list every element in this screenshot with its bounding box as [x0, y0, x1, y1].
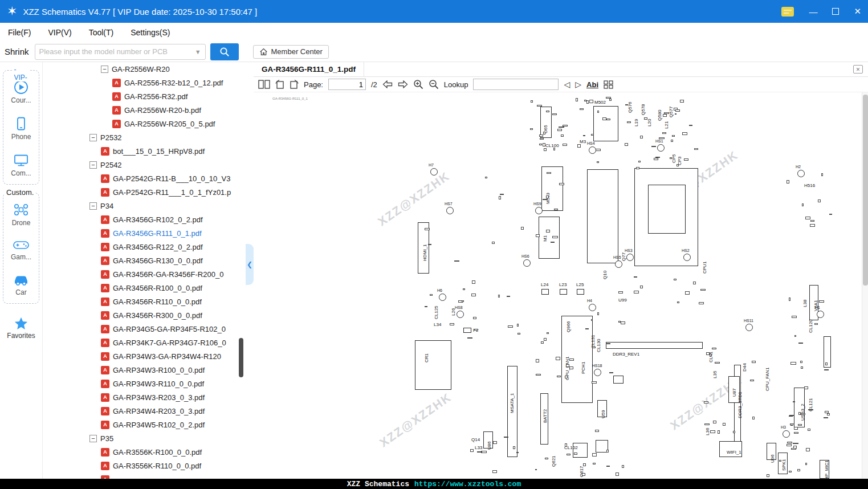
- close-document-icon[interactable]: ✕: [853, 65, 863, 74]
- tree-file-row[interactable]: AGA-R3456G-R111_0_1.pdf: [43, 226, 238, 240]
- tree-file-row[interactable]: AGA-R2556-R32.pdf: [43, 89, 238, 103]
- tree-file-row[interactable]: AGA-RP34W5-R102_0_2.pdf: [43, 418, 238, 431]
- small-component: [541, 341, 544, 344]
- small-component: [546, 195, 549, 198]
- tree-scrollbar[interactable]: [239, 62, 243, 479]
- tree-file-row[interactable]: AGA-R3556K-R100_0_0.pdf: [43, 445, 238, 459]
- tree-file-row[interactable]: AGA-R3456G-R130_0_0.pdf: [43, 254, 238, 267]
- small-component: [664, 112, 669, 114]
- small-component: [577, 144, 581, 148]
- tree-file-row[interactable]: AGA-RP34G5-GA-RP34F5-R102_0: [43, 322, 238, 336]
- tree-folder-row[interactable]: −P34: [43, 199, 238, 213]
- tree-item-label: GA-R2556W-R20-b.pdf: [124, 106, 201, 115]
- tree-folder-row[interactable]: −P2532: [43, 131, 238, 144]
- member-center-button[interactable]: Member Center: [253, 45, 329, 59]
- tree-file-row[interactable]: AGA-R2556W-R205_0_5.pdf: [43, 117, 238, 131]
- model-search-input[interactable]: [39, 47, 193, 56]
- tree-file-row[interactable]: Abot___15_0_15_HRpV8.pdf: [43, 144, 238, 158]
- page-forward-icon[interactable]: [398, 80, 408, 88]
- two-page-view-icon[interactable]: [258, 80, 270, 89]
- schematic-canvas[interactable]: GA-R3456G-R111_0_1 XZZ@XZZHKXZZ@XZZHKXZZ…: [254, 92, 862, 479]
- collapse-panel-handle[interactable]: ❮: [246, 244, 254, 285]
- small-component: [563, 144, 567, 146]
- component-label: CL130: [597, 339, 601, 352]
- sidebar-item-course[interactable]: Cour...: [11, 80, 31, 104]
- sidebar-item-computer[interactable]: Com...: [11, 153, 31, 177]
- minimize-button[interactable]: —: [809, 7, 817, 17]
- watermark: XZZ@XZZHK: [376, 169, 453, 229]
- tree-file-row[interactable]: AGA-R3456R-R100_0_0.pdf: [43, 281, 238, 295]
- menu-tool[interactable]: Tool(T): [89, 28, 114, 37]
- viewer-scrollbar-thumb[interactable]: [863, 95, 868, 286]
- pdf-file-icon: A: [101, 311, 109, 320]
- tree-file-row[interactable]: AGA-R3456R-R110_0_0.pdf: [43, 295, 238, 308]
- collapse-minus-icon[interactable]: −: [89, 435, 97, 442]
- tree-file-row[interactable]: AGA-R3456G-R122_0_2.pdf: [43, 240, 238, 254]
- search-box: ▼: [35, 44, 206, 60]
- zoom-out-icon[interactable]: [429, 79, 439, 89]
- viewer-scrollbar[interactable]: [862, 92, 868, 479]
- thumbnail-grid-icon[interactable]: [604, 80, 613, 89]
- tree-file-row[interactable]: AGA-RP34W3-R203_0_3.pdf: [43, 390, 238, 404]
- sidebar-item-game[interactable]: Gam...: [11, 239, 31, 261]
- pdf-file-icon: A: [101, 366, 109, 374]
- tree-folder-row[interactable]: −P2542: [43, 158, 238, 172]
- zoom-in-icon[interactable]: [413, 79, 423, 89]
- tree-file-row[interactable]: AGA-P2542G-R11-B___10_0_10_V3: [43, 172, 238, 185]
- chevron-down-icon[interactable]: ▼: [195, 48, 201, 55]
- lookup-input[interactable]: [473, 79, 559, 90]
- tree-file-row[interactable]: A: [43, 472, 238, 479]
- small-component: [798, 424, 802, 426]
- tree-file-row[interactable]: AGA-R3556K-R110_0_0.pdf: [43, 459, 238, 472]
- tree-file-row[interactable]: AGA-R2556-R32-b12_0_12.pdf: [43, 76, 238, 89]
- prev-result-icon[interactable]: ◁: [564, 80, 570, 89]
- menu-vip[interactable]: VIP(V): [48, 28, 71, 37]
- close-button[interactable]: ✕: [854, 6, 861, 17]
- small-component: [517, 333, 520, 335]
- component-label: Q576: [628, 101, 633, 113]
- tree-file-row[interactable]: AGA-R3456G-R102_0_2.pdf: [43, 213, 238, 226]
- menu-file[interactable]: File(F): [8, 28, 31, 37]
- small-component: [535, 469, 537, 470]
- sidebar-item-car[interactable]: Car: [13, 273, 30, 296]
- vip-card-icon[interactable]: [781, 7, 794, 17]
- status-url[interactable]: https://www.xzztools.com: [414, 480, 521, 488]
- tree-scrollbar-thumb[interactable]: [239, 338, 243, 377]
- tree-file-row[interactable]: AGA-RP34W4-R203_0_3.pdf: [43, 404, 238, 418]
- sidebar-item-favorites[interactable]: Favorites: [0, 316, 42, 340]
- collapse-minus-icon[interactable]: −: [89, 134, 97, 141]
- tree-file-row[interactable]: AGA-RP34K7-GA-RP34G7-R106_0: [43, 336, 238, 349]
- rotate-right-icon[interactable]: [290, 80, 299, 89]
- tree-file-row[interactable]: AGA-R3456R-R300_0_0.pdf: [43, 308, 238, 322]
- collapse-minus-icon[interactable]: −: [89, 202, 97, 210]
- shrink-button[interactable]: Shrink: [5, 47, 29, 56]
- document-tab[interactable]: GA-R3456G-R111_0_1.pdf: [254, 62, 364, 76]
- tree-file-row[interactable]: AGA-RP34W3-GA-RP34W4-R120: [43, 349, 238, 363]
- small-component: [700, 289, 705, 291]
- tree-file-row[interactable]: AGA-RP34W3-R110_0_0.pdf: [43, 377, 238, 390]
- small-component: [659, 137, 665, 139]
- search-button[interactable]: [210, 43, 239, 60]
- mounting-hole: [797, 170, 805, 177]
- small-component: [640, 136, 643, 138]
- tree-folder-row[interactable]: −P35: [43, 431, 238, 445]
- tree-file-row[interactable]: AGA-P2542G-R11___1_0_1_fYz01.p: [43, 185, 238, 199]
- page-back-icon[interactable]: [382, 80, 393, 88]
- tree-folder-row[interactable]: −GA-R2556W-R20: [43, 62, 238, 76]
- collapse-minus-icon[interactable]: −: [101, 66, 108, 73]
- collapse-minus-icon[interactable]: −: [89, 161, 97, 169]
- menu-settings[interactable]: Settings(S): [131, 28, 170, 37]
- text-select-icon[interactable]: Abi: [586, 80, 598, 89]
- small-component: [606, 450, 609, 453]
- page-number-input[interactable]: [328, 79, 366, 90]
- rotate-left-icon[interactable]: [275, 80, 284, 89]
- tree-file-row[interactable]: AGA-RP34W3-R100_0_0.pdf: [43, 363, 238, 377]
- maximize-button[interactable]: [832, 8, 839, 15]
- sidebar-item-phone[interactable]: Phone: [11, 116, 31, 141]
- pdf-file-icon: A: [101, 339, 109, 347]
- tree-file-row[interactable]: AGA-R2556W-R20-b.pdf: [43, 103, 238, 117]
- next-result-icon[interactable]: ▷: [575, 80, 581, 89]
- tree-file-row[interactable]: AGA-R3456R-GA-R3456F-R200_0: [43, 267, 238, 281]
- pdf-viewer[interactable]: GA-R3456G-R111_0_1 XZZ@XZZHKXZZ@XZZHKXZZ…: [254, 92, 868, 479]
- sidebar-item-drone[interactable]: Drone: [12, 202, 31, 227]
